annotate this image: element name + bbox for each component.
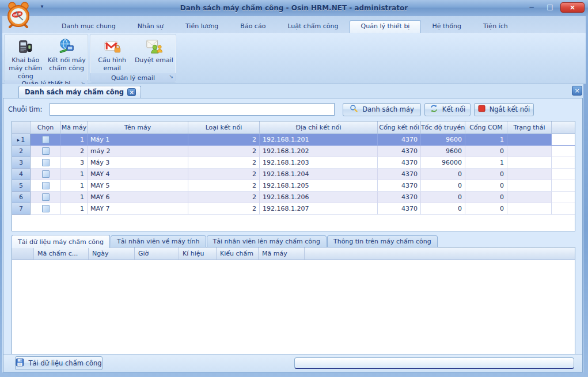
table-cell: 1 (465, 157, 507, 169)
column-header[interactable]: Chọn (31, 121, 61, 134)
table-row[interactable]: 41MAY 42192.168.1.204437000 (12, 169, 575, 180)
row-header[interactable]: 5 (12, 180, 31, 192)
column-header[interactable]: Cổng COM (465, 121, 507, 134)
row-header[interactable]: ▸1 (12, 134, 31, 146)
column-header[interactable]: Loại kết nối (188, 121, 260, 134)
table-cell: 192.168.1.205 (260, 180, 378, 192)
menu-tab-0[interactable]: Danh mục chung (51, 21, 127, 33)
window-title: Danh sách máy chấm công - Osin HRM.NET -… (0, 0, 588, 16)
table-row[interactable]: 22máy 22192.168.1.202437096000 (12, 146, 575, 157)
row-header[interactable]: 2 (12, 146, 31, 157)
table-cell: 4370 (378, 180, 421, 192)
menu-tab-3[interactable]: Báo cáo (229, 21, 276, 33)
table-cell: máy 2 (88, 146, 188, 157)
menu-tab-7[interactable]: Tiện ích (472, 21, 519, 33)
declare-attendance-machine-button[interactable]: Khai báo máy chấm công (5, 36, 45, 80)
table-cell-filler (552, 157, 575, 169)
table-cell: 192.168.1.206 (260, 192, 378, 203)
close-button[interactable]: × (560, 2, 585, 13)
download-attendance-button[interactable]: Tải dữ liệu chấm công (15, 356, 103, 370)
table-cell: 2 (188, 169, 260, 180)
disconnect-button[interactable]: Ngắt kết nối (474, 103, 534, 116)
table-cell (507, 146, 552, 157)
column-header[interactable]: Tốc độ truyền (421, 121, 465, 134)
table-cell: 2 (188, 203, 260, 215)
dialog-launcher-icon[interactable]: ↘ (169, 74, 173, 79)
table-row[interactable]: 71MAY 72192.168.1.207437000 (12, 203, 575, 215)
selected-row-arrow-icon: ▸ (17, 137, 20, 143)
configure-email-button[interactable]: Cấu hình email (92, 36, 132, 73)
table-cell-filler (552, 192, 575, 203)
bottom-tab-1[interactable]: Tải nhân viên về máy tính (111, 235, 206, 247)
row-checkbox[interactable] (42, 159, 50, 166)
ribbon-group-email: Cấu hình email Duyệt email (90, 34, 176, 83)
document-tab-machine-list[interactable]: Danh sách máy chấm công × (18, 86, 141, 98)
column-header[interactable]: Mã máy (61, 121, 88, 134)
column-header[interactable]: Giờ (135, 247, 179, 260)
column-header[interactable]: Kiểu chấm (217, 247, 259, 260)
app-logo-alarm-clock-icon[interactable]: OSIN (5, 1, 32, 30)
row-header[interactable]: 7 (12, 203, 31, 215)
menu-tab-1[interactable]: Nhân sự (127, 21, 174, 33)
row-header[interactable]: 6 (12, 192, 31, 203)
row-number: 6 (19, 193, 23, 201)
row-number: 5 (19, 182, 23, 189)
table-cell: 192.168.1.201 (260, 134, 378, 146)
row-checkbox[interactable] (42, 136, 50, 143)
row-checkbox[interactable] (42, 193, 50, 201)
document-tab-strip: Danh sách máy chấm công × × (2, 86, 583, 98)
row-number: 4 (19, 170, 23, 178)
column-header[interactable]: Cổng kết nối (378, 121, 421, 134)
table-cell: 0 (465, 146, 507, 157)
menu-tab-5[interactable]: Quản lý thiết bị (350, 20, 422, 33)
quick-access-dropdown-icon[interactable]: ▾ (37, 2, 47, 10)
maximize-button[interactable]: □ (542, 2, 558, 13)
ribbon-button-label: Khai báo máy chấm công (5, 56, 45, 80)
table-cell: 4370 (378, 169, 421, 180)
ribbon: Khai báo máy chấm công (2, 33, 586, 84)
column-header[interactable]: Ngày (89, 247, 135, 260)
row-number: 7 (19, 205, 23, 212)
row-header[interactable]: 4 (12, 169, 31, 180)
table-cell (507, 203, 552, 215)
column-header[interactable]: Kí hiệu (179, 247, 217, 260)
ribbon-group-devices: Khai báo máy chấm công (4, 34, 88, 83)
bottom-tab-3[interactable]: Thông tin trên máy chấm công (327, 235, 438, 247)
connect-button[interactable]: Kết nối (424, 103, 471, 116)
row-checkbox[interactable] (42, 147, 50, 155)
row-checkbox[interactable] (42, 205, 50, 212)
document-tab-label: Danh sách máy chấm công (25, 88, 124, 96)
table-row[interactable]: 51MAY 52192.168.1.205437000 (12, 180, 575, 192)
column-header[interactable]: Tên máy (88, 121, 188, 134)
row-checkbox[interactable] (42, 170, 50, 178)
menu-tab-4[interactable]: Luật chấm công (276, 21, 349, 33)
ribbon-button-label: Cấu hình email (92, 56, 132, 73)
table-row[interactable]: 61MAY 62192.168.1.206437000 (12, 192, 575, 203)
button-label: Danh sách máy (362, 105, 414, 113)
menu-tab-6[interactable]: Hệ thống (421, 21, 472, 33)
column-header[interactable]: Địa chỉ kết nối (260, 121, 378, 134)
window-controls: − □ × (523, 2, 585, 13)
minimize-button[interactable]: − (523, 2, 540, 13)
panel-close-button[interactable]: × (572, 86, 582, 96)
row-header[interactable]: 3 (12, 157, 31, 169)
search-input[interactable] (50, 103, 335, 116)
row-checkbox[interactable] (42, 182, 50, 189)
column-header[interactable]: Mã máy (259, 247, 305, 260)
column-header[interactable]: Trạng thái (507, 121, 552, 134)
table-cell: 1 (61, 169, 88, 180)
table-row[interactable]: 33Máy 32192.168.1.2034370960001 (12, 157, 575, 169)
table-cell: 0 (465, 169, 507, 180)
machine-list-button[interactable]: Danh sách máy (343, 103, 421, 116)
connect-attendance-machine-button[interactable]: Kết nối máy chấm công (47, 36, 87, 80)
table-cell (507, 134, 552, 146)
button-label: Kết nối (442, 105, 465, 113)
menu-tab-2[interactable]: Tiền lương (174, 21, 229, 33)
table-row[interactable]: ▸11Máy 12192.168.1.201437096001 (12, 134, 575, 146)
browse-email-button[interactable]: Duyệt email (134, 36, 174, 73)
table-cell-filler (552, 146, 575, 157)
bottom-tab-0[interactable]: Tải dữ liệu máy chấm công (12, 235, 110, 248)
bottom-tab-2[interactable]: Tải nhân viên lên máy chấm công (207, 235, 327, 247)
tab-close-icon[interactable]: × (127, 88, 136, 96)
column-header[interactable]: Mã chấm c... (34, 247, 89, 260)
